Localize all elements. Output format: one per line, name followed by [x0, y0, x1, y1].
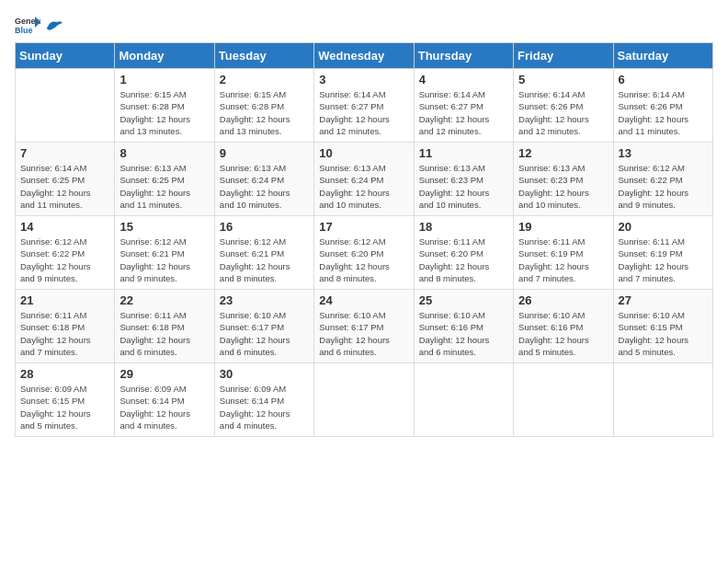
day-number: 26	[518, 293, 608, 307]
day-info: Sunrise: 6:12 AM Sunset: 6:22 PM Dayligh…	[20, 236, 109, 284]
calendar-cell: 8Sunrise: 6:13 AM Sunset: 6:25 PM Daylig…	[115, 143, 214, 216]
day-number: 17	[319, 220, 408, 234]
calendar-cell: 1Sunrise: 6:15 AM Sunset: 6:28 PM Daylig…	[115, 69, 214, 143]
page-header: General Blue	[15, 15, 713, 35]
calendar-cell: 3Sunrise: 6:14 AM Sunset: 6:27 PM Daylig…	[314, 69, 414, 143]
day-number: 27	[619, 293, 708, 307]
calendar-cell: 7Sunrise: 6:14 AM Sunset: 6:25 PM Daylig…	[16, 143, 115, 216]
day-info: Sunrise: 6:10 AM Sunset: 6:16 PM Dayligh…	[518, 309, 608, 358]
calendar-week-row: 7Sunrise: 6:14 AM Sunset: 6:25 PM Daylig…	[16, 143, 713, 216]
calendar-week-row: 28Sunrise: 6:09 AM Sunset: 6:15 PM Dayli…	[16, 363, 713, 437]
calendar-cell: 11Sunrise: 6:13 AM Sunset: 6:23 PM Dayli…	[414, 143, 513, 216]
calendar-cell: 19Sunrise: 6:11 AM Sunset: 6:19 PM Dayli…	[514, 216, 613, 290]
day-info: Sunrise: 6:13 AM Sunset: 6:24 PM Dayligh…	[319, 162, 408, 211]
day-info: Sunrise: 6:14 AM Sunset: 6:27 PM Dayligh…	[419, 88, 508, 137]
calendar-week-row: 21Sunrise: 6:11 AM Sunset: 6:18 PM Dayli…	[16, 290, 713, 363]
day-number: 16	[220, 220, 309, 234]
day-info: Sunrise: 6:09 AM Sunset: 6:15 PM Dayligh…	[20, 383, 109, 431]
calendar-cell: 2Sunrise: 6:15 AM Sunset: 6:28 PM Daylig…	[214, 69, 313, 143]
calendar-cell: 23Sunrise: 6:10 AM Sunset: 6:17 PM Dayli…	[214, 290, 313, 363]
day-info: Sunrise: 6:11 AM Sunset: 6:19 PM Dayligh…	[619, 236, 708, 284]
header-day-wednesday: Wednesday	[314, 43, 414, 69]
calendar-cell: 22Sunrise: 6:11 AM Sunset: 6:18 PM Dayli…	[115, 290, 214, 363]
day-number: 30	[220, 367, 309, 381]
day-info: Sunrise: 6:09 AM Sunset: 6:14 PM Dayligh…	[220, 383, 309, 431]
day-info: Sunrise: 6:12 AM Sunset: 6:22 PM Dayligh…	[619, 162, 708, 211]
day-number: 21	[20, 293, 109, 307]
svg-text:Blue: Blue	[15, 26, 33, 35]
day-info: Sunrise: 6:14 AM Sunset: 6:26 PM Dayligh…	[619, 88, 708, 137]
calendar-week-row: 14Sunrise: 6:12 AM Sunset: 6:22 PM Dayli…	[16, 216, 713, 290]
day-info: Sunrise: 6:11 AM Sunset: 6:18 PM Dayligh…	[20, 309, 109, 358]
day-number: 24	[319, 293, 408, 307]
calendar-cell: 27Sunrise: 6:10 AM Sunset: 6:15 PM Dayli…	[613, 290, 712, 363]
header-day-saturday: Saturday	[613, 43, 712, 69]
day-number: 4	[419, 73, 508, 86]
day-number: 13	[619, 146, 708, 160]
day-number: 11	[419, 146, 508, 160]
day-info: Sunrise: 6:13 AM Sunset: 6:25 PM Dayligh…	[119, 162, 209, 211]
day-number: 8	[119, 146, 209, 160]
calendar-body: 1Sunrise: 6:15 AM Sunset: 6:28 PM Daylig…	[16, 69, 713, 437]
day-info: Sunrise: 6:10 AM Sunset: 6:17 PM Dayligh…	[220, 309, 309, 358]
day-number: 1	[119, 73, 209, 86]
calendar-week-row: 1Sunrise: 6:15 AM Sunset: 6:28 PM Daylig…	[16, 69, 713, 143]
calendar-cell: 28Sunrise: 6:09 AM Sunset: 6:15 PM Dayli…	[16, 363, 115, 437]
calendar-cell: 29Sunrise: 6:09 AM Sunset: 6:14 PM Dayli…	[115, 363, 214, 437]
header-day-sunday: Sunday	[16, 43, 115, 69]
day-number: 29	[119, 367, 209, 381]
header-day-thursday: Thursday	[414, 43, 513, 69]
header-day-friday: Friday	[514, 43, 613, 69]
calendar-cell	[514, 363, 613, 437]
calendar-header-row: SundayMondayTuesdayWednesdayThursdayFrid…	[16, 43, 713, 69]
calendar-cell: 21Sunrise: 6:11 AM Sunset: 6:18 PM Dayli…	[16, 290, 115, 363]
day-info: Sunrise: 6:13 AM Sunset: 6:24 PM Dayligh…	[220, 162, 309, 211]
calendar-cell	[314, 363, 414, 437]
day-info: Sunrise: 6:12 AM Sunset: 6:21 PM Dayligh…	[119, 236, 209, 284]
day-number: 22	[119, 293, 209, 307]
calendar-cell: 17Sunrise: 6:12 AM Sunset: 6:20 PM Dayli…	[314, 216, 414, 290]
calendar-cell: 26Sunrise: 6:10 AM Sunset: 6:16 PM Dayli…	[514, 290, 613, 363]
calendar-cell: 15Sunrise: 6:12 AM Sunset: 6:21 PM Dayli…	[115, 216, 214, 290]
day-number: 6	[619, 73, 708, 86]
day-number: 2	[220, 73, 309, 86]
header-day-monday: Monday	[115, 43, 214, 69]
day-info: Sunrise: 6:12 AM Sunset: 6:20 PM Dayligh…	[319, 236, 408, 284]
day-number: 19	[518, 220, 608, 234]
day-info: Sunrise: 6:11 AM Sunset: 6:18 PM Dayligh…	[119, 309, 209, 358]
day-number: 20	[619, 220, 708, 234]
calendar-cell: 16Sunrise: 6:12 AM Sunset: 6:21 PM Dayli…	[214, 216, 313, 290]
day-number: 25	[419, 293, 508, 307]
day-number: 5	[518, 73, 608, 86]
day-info: Sunrise: 6:10 AM Sunset: 6:15 PM Dayligh…	[619, 309, 708, 358]
calendar-cell: 25Sunrise: 6:10 AM Sunset: 6:16 PM Dayli…	[414, 290, 513, 363]
calendar-cell: 13Sunrise: 6:12 AM Sunset: 6:22 PM Dayli…	[613, 143, 712, 216]
calendar-cell: 12Sunrise: 6:13 AM Sunset: 6:23 PM Dayli…	[514, 143, 613, 216]
header-day-tuesday: Tuesday	[214, 43, 313, 69]
calendar-cell: 30Sunrise: 6:09 AM Sunset: 6:14 PM Dayli…	[214, 363, 313, 437]
logo: General Blue	[15, 15, 63, 35]
day-info: Sunrise: 6:10 AM Sunset: 6:17 PM Dayligh…	[319, 309, 408, 358]
calendar-table: SundayMondayTuesdayWednesdayThursdayFrid…	[15, 42, 713, 437]
calendar-cell: 14Sunrise: 6:12 AM Sunset: 6:22 PM Dayli…	[16, 216, 115, 290]
day-number: 28	[20, 367, 109, 381]
calendar-cell	[414, 363, 513, 437]
day-info: Sunrise: 6:11 AM Sunset: 6:20 PM Dayligh…	[419, 236, 508, 284]
day-info: Sunrise: 6:09 AM Sunset: 6:14 PM Dayligh…	[119, 383, 209, 431]
calendar-cell: 5Sunrise: 6:14 AM Sunset: 6:26 PM Daylig…	[514, 69, 613, 143]
day-number: 3	[319, 73, 408, 86]
day-number: 15	[119, 220, 209, 234]
day-info: Sunrise: 6:14 AM Sunset: 6:26 PM Dayligh…	[518, 88, 608, 137]
logo-bird-icon	[46, 20, 63, 33]
day-number: 23	[220, 293, 309, 307]
calendar-cell: 9Sunrise: 6:13 AM Sunset: 6:24 PM Daylig…	[214, 143, 313, 216]
day-info: Sunrise: 6:13 AM Sunset: 6:23 PM Dayligh…	[518, 162, 608, 211]
day-number: 10	[319, 146, 408, 160]
logo-icon: General Blue	[15, 15, 40, 35]
day-number: 18	[419, 220, 508, 234]
day-number: 9	[220, 146, 309, 160]
calendar-cell: 20Sunrise: 6:11 AM Sunset: 6:19 PM Dayli…	[613, 216, 712, 290]
day-info: Sunrise: 6:15 AM Sunset: 6:28 PM Dayligh…	[220, 88, 309, 137]
calendar-cell: 24Sunrise: 6:10 AM Sunset: 6:17 PM Dayli…	[314, 290, 414, 363]
day-info: Sunrise: 6:14 AM Sunset: 6:27 PM Dayligh…	[319, 88, 408, 137]
